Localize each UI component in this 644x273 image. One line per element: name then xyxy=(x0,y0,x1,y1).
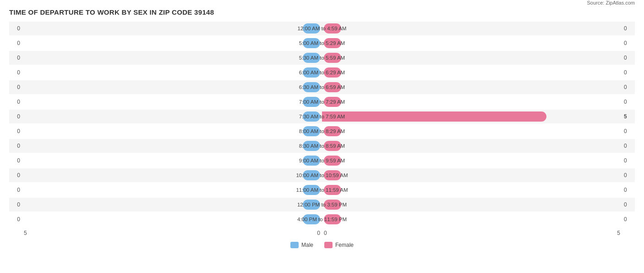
bar-right-value: 0 xyxy=(622,216,635,223)
bar-right-value: 0 xyxy=(622,187,635,193)
bar-row: 05:00 AM to 5:29 AM0 xyxy=(9,36,635,50)
bar-right-value: 0 xyxy=(622,55,635,61)
bar-center-area: 5:30 AM to 5:59 AM xyxy=(22,51,622,65)
bar-left-value: 0 xyxy=(9,157,22,164)
source-label: Source: ZipAtlas.com xyxy=(587,0,635,6)
bar-center-area: 5:00 AM to 5:29 AM xyxy=(22,36,622,50)
bar-right-value: 0 xyxy=(622,201,635,208)
bar-time-label: 12:00 PM to 3:59 PM xyxy=(297,202,347,207)
legend: Male Female xyxy=(9,242,635,248)
female-bar xyxy=(322,111,546,122)
bar-right-value: 0 xyxy=(622,25,635,32)
bar-left-value: 0 xyxy=(9,55,22,61)
bar-left-value: 0 xyxy=(9,187,22,193)
bar-left-value: 0 xyxy=(9,84,22,90)
bar-time-label: 10:00 AM to 10:59 AM xyxy=(296,173,348,178)
bar-left-value: 0 xyxy=(9,25,22,32)
bar-left-value: 0 xyxy=(9,99,22,105)
axis-center: 5005 xyxy=(22,230,622,236)
bar-right-value: 0 xyxy=(622,143,635,149)
bar-time-label: 5:30 AM to 5:59 AM xyxy=(299,55,345,61)
bar-right-value: 0 xyxy=(622,128,635,134)
axis-center-left-zero: 0 xyxy=(317,230,320,236)
bar-left-value: 0 xyxy=(9,216,22,223)
legend-male: Male xyxy=(290,242,313,248)
bar-time-label: 7:00 AM to 7:29 AM xyxy=(299,99,345,105)
bar-right-value: 0 xyxy=(622,157,635,164)
female-bar-container xyxy=(322,111,548,122)
bar-time-label: 8:30 AM to 8:59 AM xyxy=(299,143,345,149)
bar-left-value: 0 xyxy=(9,69,22,76)
bar-right-value: 0 xyxy=(622,99,635,105)
bar-row: 09:00 AM to 9:59 AM0 xyxy=(9,154,635,167)
bar-left-value: 0 xyxy=(9,172,22,178)
bar-center-area: 8:00 AM to 8:29 AM xyxy=(22,124,622,138)
bar-time-label: 6:00 AM to 6:29 AM xyxy=(299,70,345,75)
bar-right-value: 0 xyxy=(622,172,635,178)
bar-left-value: 0 xyxy=(9,128,22,134)
bar-row: 05:30 AM to 5:59 AM0 xyxy=(9,51,635,65)
bar-left-value: 0 xyxy=(9,143,22,149)
bar-center-area: 6:30 AM to 6:59 AM xyxy=(22,80,622,94)
bar-right-value: 0 xyxy=(622,40,635,46)
bar-row: 06:30 AM to 6:59 AM0 xyxy=(9,80,635,94)
bar-time-label: 4:00 PM to 11:59 PM xyxy=(297,217,347,222)
bar-right-value: 0 xyxy=(622,84,635,90)
legend-female-box xyxy=(324,242,333,248)
legend-female: Female xyxy=(324,242,354,248)
bar-left-value: 0 xyxy=(9,201,22,208)
bar-time-label: 6:30 AM to 6:59 AM xyxy=(299,84,345,90)
bar-center-area: 12:00 AM to 4:59 AM xyxy=(22,22,622,35)
bar-row: 07:30 AM to 7:59 AM5 xyxy=(9,110,635,123)
legend-male-box xyxy=(290,242,299,248)
bar-time-label: 5:00 AM to 5:29 AM xyxy=(299,40,345,46)
chart-container: TIME OF DEPARTURE TO WORK BY SEX IN ZIP … xyxy=(0,0,644,262)
chart-area: 012:00 AM to 4:59 AM005:00 AM to 5:29 AM… xyxy=(9,22,635,238)
axis-row: 5005 xyxy=(9,228,635,238)
bar-time-label: 12:00 AM to 4:59 AM xyxy=(298,26,347,31)
axis-center-right-zero: 0 xyxy=(324,230,327,236)
bar-center-area: 9:00 AM to 9:59 AM xyxy=(22,154,622,167)
bar-left-value: 0 xyxy=(9,40,22,46)
bar-row: 08:00 AM to 8:29 AM0 xyxy=(9,124,635,138)
bar-row: 07:00 AM to 7:29 AM0 xyxy=(9,95,635,109)
bar-center-area: 11:00 AM to 11:59 AM xyxy=(22,183,622,197)
bar-row: 010:00 AM to 10:59 AM0 xyxy=(9,168,635,182)
bar-center-area: 7:30 AM to 7:59 AM xyxy=(22,110,622,123)
bar-right-value: 0 xyxy=(622,69,635,76)
bar-row: 011:00 AM to 11:59 AM0 xyxy=(9,183,635,197)
bar-row: 012:00 PM to 3:59 PM0 xyxy=(9,198,635,212)
bar-time-label: 11:00 AM to 11:59 AM xyxy=(296,187,348,193)
bar-center-area: 7:00 AM to 7:29 AM xyxy=(22,95,622,109)
bar-center-area: 4:00 PM to 11:59 PM xyxy=(22,212,622,226)
bar-time-label: 7:30 AM to 7:59 AM xyxy=(299,114,345,119)
legend-male-label: Male xyxy=(301,242,313,248)
axis-right-max: 5 xyxy=(617,230,620,236)
bar-row: 08:30 AM to 8:59 AM0 xyxy=(9,139,635,153)
bar-time-label: 8:00 AM to 8:29 AM xyxy=(299,128,345,134)
bar-row: 012:00 AM to 4:59 AM0 xyxy=(9,22,635,35)
bar-row: 06:00 AM to 6:29 AM0 xyxy=(9,66,635,79)
bar-center-area: 10:00 AM to 10:59 AM xyxy=(22,168,622,182)
bar-row: 04:00 PM to 11:59 PM0 xyxy=(9,212,635,226)
bar-center-area: 8:30 AM to 8:59 AM xyxy=(22,139,622,153)
bar-center-area: 6:00 AM to 6:29 AM xyxy=(22,66,622,79)
bar-left-value: 0 xyxy=(9,113,22,120)
bar-center-area: 12:00 PM to 3:59 PM xyxy=(22,198,622,212)
bar-time-label: 9:00 AM to 9:59 AM xyxy=(299,158,345,163)
chart-title: TIME OF DEPARTURE TO WORK BY SEX IN ZIP … xyxy=(9,8,214,16)
legend-female-label: Female xyxy=(335,242,354,248)
axis-left-max: 5 xyxy=(24,230,27,236)
bar-right-value: 5 xyxy=(622,113,635,120)
